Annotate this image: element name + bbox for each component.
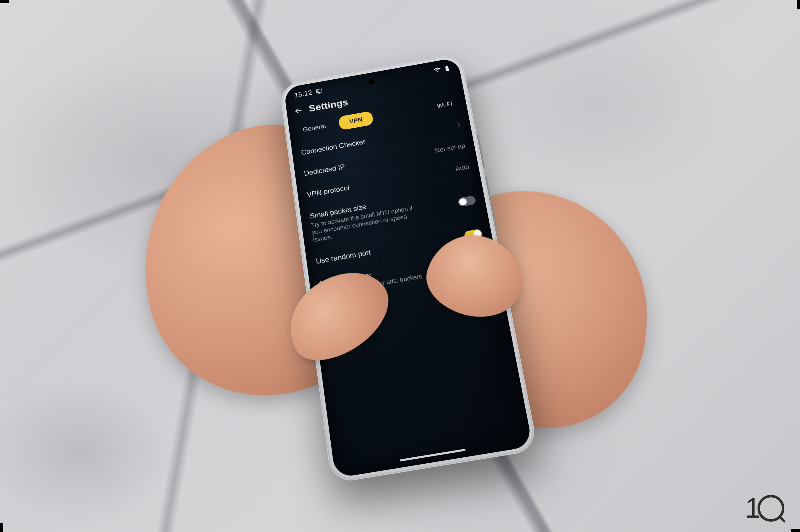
frame-corner	[0, 522, 3, 532]
frame-corner	[797, 0, 800, 10]
chevron-right-icon	[456, 121, 462, 129]
row-value: Not set up	[434, 142, 466, 154]
svg-rect-2	[446, 65, 447, 66]
toggle-small-packet[interactable]	[457, 195, 476, 207]
frame-corner	[790, 529, 800, 532]
page-title: Settings	[308, 96, 349, 114]
cast-icon	[316, 88, 323, 94]
watermark-digit: 1	[745, 492, 759, 524]
row-value: Auto	[455, 163, 470, 173]
frame-corner	[0, 0, 10, 3]
status-time: 15:12	[294, 89, 312, 99]
home-indicator[interactable]	[400, 449, 466, 461]
svg-rect-1	[445, 66, 449, 72]
magnifier-icon	[758, 495, 784, 522]
battery-icon	[444, 65, 450, 72]
watermark-credit: 1	[745, 492, 784, 524]
wifi-icon	[433, 67, 441, 73]
back-icon[interactable]	[294, 106, 303, 115]
